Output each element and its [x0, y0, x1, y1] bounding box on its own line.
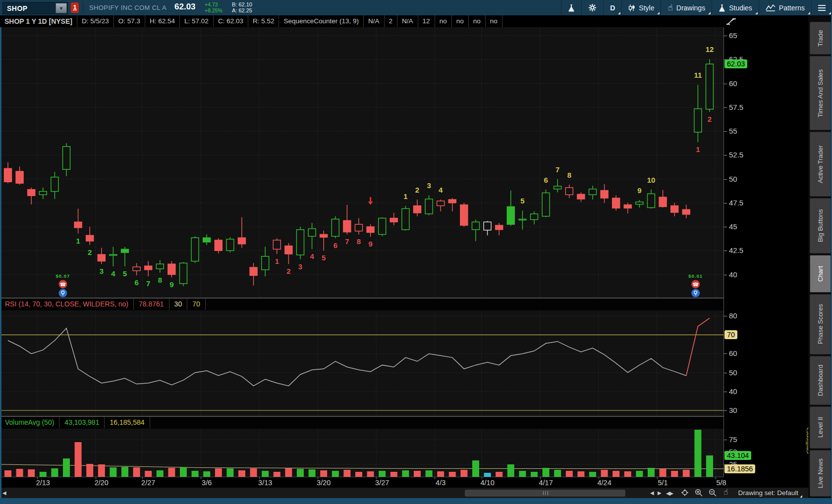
- chart-style-corner-icon[interactable]: [725, 17, 737, 26]
- candle-body: [706, 64, 714, 109]
- style-label: Style: [639, 4, 654, 12]
- axis-tick-label: 80: [729, 311, 737, 320]
- volume-bar: [16, 469, 23, 477]
- rsi-pane[interactable]: [0, 310, 723, 416]
- sidebar-tab-live-news[interactable]: Live News: [810, 450, 831, 497]
- sidebar-tab-trade[interactable]: Trade: [810, 22, 831, 54]
- volume-bar: [40, 472, 47, 477]
- volume-bar: [671, 471, 678, 477]
- rsi-study-label[interactable]: RSI (14, 70, 30, CLOSE, WILDERS, no): [0, 299, 134, 310]
- axis-tick: [723, 275, 727, 275]
- sidebar-tab-dashboard[interactable]: Dashboard: [810, 356, 831, 405]
- rsi-band-badge: 70: [724, 330, 737, 339]
- window-left-edge: [0, 27, 1, 498]
- volume-bar: [121, 467, 128, 477]
- sequence-number: 7: [555, 165, 559, 174]
- ondemand-button[interactable]: [561, 0, 581, 15]
- sequence-counter-cell: N/A: [397, 15, 418, 27]
- pan-left-icon[interactable]: ◀: [650, 489, 654, 498]
- sidebar-tab-active-trader[interactable]: Active Trader: [810, 132, 831, 197]
- candle-body: [262, 256, 269, 270]
- volume-bar: [157, 470, 164, 477]
- axis-border: [723, 27, 724, 477]
- volume-study-label[interactable]: VolumeAvg (50): [0, 417, 59, 428]
- candles-icon: [628, 4, 635, 12]
- gadget-sidebar: TradeTimes And SalesActive TraderBig But…: [808, 15, 831, 498]
- date-label: 4/24: [597, 479, 611, 487]
- pan-hand-icon[interactable]: ☝: [723, 488, 728, 497]
- auto-center-icon[interactable]: [681, 489, 689, 497]
- price-chart[interactable]: 12345678912345678912123456789101112$0.07…: [0, 27, 723, 298]
- drawing-set-selector[interactable]: Drawing set: Default: [738, 488, 803, 499]
- studies-button[interactable]: Studies: [712, 0, 759, 15]
- volume-bar: [86, 464, 93, 477]
- volume-bar: [694, 430, 701, 477]
- candle-body: [437, 201, 444, 206]
- sequence-number: 9: [368, 240, 372, 248]
- price-axis[interactable]: 6562.56057.55552.55047.54542.54080605040…: [723, 27, 808, 487]
- ask-value: A: 62.25: [232, 7, 252, 13]
- candle-body: [577, 194, 585, 199]
- symbol-dropdown-icon[interactable]: ▼: [55, 3, 67, 13]
- volume-bar: [660, 469, 666, 477]
- change-percent: +8.25%: [205, 7, 222, 13]
- sequence-number: 11: [694, 71, 702, 79]
- volume-bar: [589, 472, 596, 477]
- alert-badge[interactable]: 1: [71, 2, 79, 13]
- symbol-input[interactable]: SHOP ▼: [2, 2, 68, 14]
- sidebar-tab-big-buttons[interactable]: Big Buttons: [810, 198, 831, 253]
- sidebar-tab-phase-scores[interactable]: Phase Scores: [810, 294, 831, 354]
- rsi-value: 78.8761: [134, 299, 169, 310]
- style-button[interactable]: Style: [621, 0, 661, 15]
- volume-bar: [496, 472, 502, 477]
- candle-body: [554, 186, 561, 189]
- settings-button[interactable]: [581, 0, 603, 15]
- sequence-number: 1: [76, 237, 80, 245]
- timeframe-button[interactable]: D: [603, 0, 621, 15]
- sequence-number: 6: [333, 241, 337, 250]
- sequence-number: 7: [345, 237, 349, 246]
- volume-chart[interactable]: [0, 429, 723, 477]
- date-label: 4/17: [539, 479, 553, 487]
- volume-bar: [262, 471, 269, 477]
- price-chart-pane[interactable]: 12345678912345678912123456789101112$0.07…: [0, 27, 723, 298]
- candle-body: [320, 234, 328, 237]
- sequence-counter-cell: 12: [418, 15, 435, 27]
- axis-tick: [723, 440, 727, 440]
- volume-bar: [402, 470, 409, 477]
- candle-body: [367, 227, 374, 233]
- scroll-left-arrow[interactable]: ◀: [2, 489, 6, 498]
- volume-bar: [192, 471, 199, 477]
- date-label: 4/3: [436, 479, 445, 487]
- patterns-button[interactable]: Patterns: [759, 0, 811, 15]
- date-tick: [657, 477, 658, 479]
- volume-bar: [168, 468, 175, 477]
- candle-body: [133, 267, 140, 271]
- gear-icon: [588, 3, 597, 12]
- sidebar-tab-times-and-sales[interactable]: Times And Sales: [810, 56, 831, 130]
- axis-tick: [723, 155, 727, 155]
- menu-button[interactable]: [811, 0, 832, 15]
- sequence-number: 8: [357, 237, 361, 246]
- drawings-button[interactable]: ☝ Drawings: [661, 0, 712, 15]
- volume-pane[interactable]: [0, 429, 723, 477]
- pattern-icon: [766, 4, 776, 11]
- zoom-out-icon[interactable]: [709, 489, 717, 497]
- change-value: +4.73: [205, 1, 222, 7]
- volume-bar: [367, 471, 374, 477]
- zoom-in-icon[interactable]: [695, 489, 703, 497]
- sidebar-tab-chart[interactable]: Chart: [810, 255, 831, 293]
- rsi-chart[interactable]: [0, 310, 723, 416]
- axis-tick: [723, 353, 727, 354]
- volume-bar: [98, 464, 105, 477]
- scrollbar-thumb[interactable]: [465, 490, 625, 497]
- volume-bar: [28, 469, 35, 477]
- sequence-counter-label[interactable]: SequenceCounter (13, 9): [279, 15, 364, 27]
- date-axis[interactable]: 2/132/202/273/63/133/203/274/34/104/174/…: [0, 477, 723, 488]
- bar-width-icon[interactable]: ◀▶: [666, 489, 672, 498]
- rsi-overbought: 70: [187, 299, 206, 310]
- hamburger-icon: [818, 5, 826, 11]
- candle-body: [273, 240, 280, 249]
- pan-right-icon[interactable]: ▶: [658, 489, 662, 498]
- sidebar-tab-level-ii[interactable]: Level II: [810, 406, 831, 449]
